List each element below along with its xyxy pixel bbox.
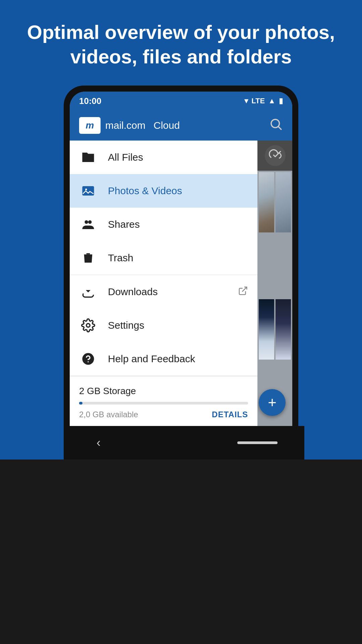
storage-footer: 2,0 GB available DETAILS	[79, 410, 248, 419]
hero-text: Optimal overview of your photos, videos,…	[13, 20, 349, 69]
photo-cell-4	[276, 299, 291, 360]
signal-icon: ▲	[268, 97, 276, 105]
back-button[interactable]: ‹	[97, 436, 101, 450]
storage-section: 2 GB Storage 2,0 GB available DETAILS	[70, 376, 257, 426]
svg-rect-2	[82, 186, 94, 196]
photo-grid	[257, 171, 292, 426]
svg-point-7	[86, 324, 90, 327]
home-indicator[interactable]	[237, 441, 278, 444]
battery-icon: ▮	[279, 97, 283, 105]
svg-point-5	[88, 220, 92, 224]
photo-cell-3	[259, 299, 274, 360]
trash-label: Trash	[108, 252, 248, 264]
photo-cell-1	[259, 172, 274, 232]
sidebar-item-all-files[interactable]: All Files	[70, 141, 257, 174]
settings-icon	[79, 316, 97, 334]
bottom-nav-bar: ‹	[70, 426, 304, 460]
photos-icon	[79, 182, 97, 200]
storage-available-text: 2,0 GB available	[79, 410, 138, 419]
content-area: All Files Photos & Videos	[70, 141, 292, 426]
settings-label: Settings	[108, 320, 248, 331]
wifi-icon: ▾	[244, 97, 248, 105]
sidebar-item-shares[interactable]: Shares	[70, 208, 257, 241]
top-background: Optimal overview of your photos, videos,…	[0, 0, 362, 460]
status-icons: ▾ LTE ▲ ▮	[244, 97, 283, 105]
status-time: 10:00	[79, 96, 102, 106]
svg-line-1	[279, 127, 281, 129]
app-header: m mail.com Cloud	[70, 110, 292, 141]
help-icon	[79, 350, 97, 368]
main-content-panel: +	[257, 141, 292, 426]
phone-screen: 10:00 ▾ LTE ▲ ▮ m mail.com Cloud	[70, 92, 292, 426]
svg-point-4	[85, 220, 88, 224]
shares-label: Shares	[108, 219, 248, 230]
logo-box: m	[79, 117, 101, 134]
shares-icon	[79, 215, 97, 233]
photos-videos-label: Photos & Videos	[108, 185, 248, 197]
sidebar-item-help-feedback[interactable]: Help and Feedback	[70, 342, 257, 376]
svg-line-6	[242, 287, 247, 291]
svg-point-0	[271, 119, 280, 128]
logo-mailcom-text: mail.com	[105, 120, 145, 131]
phone-mockup: 10:00 ▾ LTE ▲ ▮ m mail.com Cloud	[64, 86, 298, 460]
fab-add-button[interactable]: +	[259, 389, 286, 416]
status-bar: 10:00 ▾ LTE ▲ ▮	[70, 92, 292, 110]
storage-details-button[interactable]: DETAILS	[212, 410, 248, 419]
storage-title: 2 GB Storage	[79, 386, 248, 396]
navigation-drawer: All Files Photos & Videos	[70, 141, 257, 426]
fab-plus-icon: +	[268, 395, 277, 410]
cloud-sync-icon	[265, 145, 286, 166]
sidebar-item-settings[interactable]: Settings	[70, 309, 257, 342]
all-files-label: All Files	[108, 152, 248, 163]
logo-m-letter: m	[86, 120, 94, 131]
storage-bar-fill	[79, 402, 82, 405]
trash-icon	[79, 249, 97, 267]
photo-cell-2	[276, 172, 291, 232]
logo-cloud-label: Cloud	[154, 120, 180, 131]
downloads-label: Downloads	[108, 286, 238, 298]
lte-label: LTE	[251, 97, 265, 105]
logo-area: m mail.com Cloud	[79, 117, 180, 134]
sidebar-item-trash[interactable]: Trash	[70, 241, 257, 275]
folder-icon	[79, 148, 97, 166]
sidebar-item-photos-videos[interactable]: Photos & Videos	[70, 174, 257, 208]
sidebar-item-downloads[interactable]: Downloads	[70, 275, 257, 309]
help-feedback-label: Help and Feedback	[108, 353, 248, 365]
external-link-icon	[238, 286, 248, 298]
storage-progress-bar	[79, 402, 248, 405]
right-top-bar	[257, 141, 292, 171]
download-icon	[79, 283, 97, 301]
svg-point-3	[85, 189, 87, 190]
search-button[interactable]	[269, 117, 283, 134]
